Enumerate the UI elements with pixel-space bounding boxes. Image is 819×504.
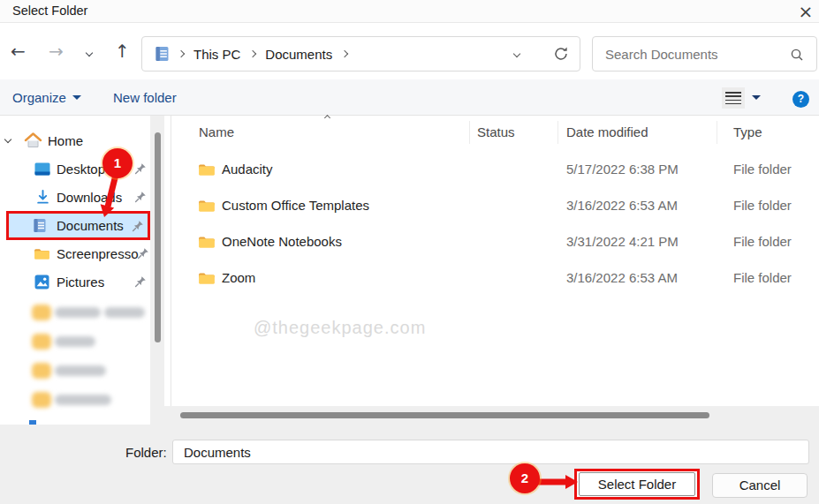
view-options-button[interactable] — [722, 87, 745, 109]
breadcrumb-this-pc[interactable]: This PC — [193, 47, 240, 62]
folder-icon — [32, 392, 51, 408]
column-divider[interactable] — [557, 121, 558, 144]
file-name: Audacity — [222, 162, 273, 177]
folder-icon — [198, 235, 216, 249]
column-header-name[interactable]: Name — [199, 124, 234, 139]
refresh-icon[interactable] — [553, 46, 569, 62]
file-type: File folder — [733, 270, 792, 285]
search-icon — [790, 48, 804, 62]
breadcrumb-separator-icon — [341, 50, 348, 57]
table-row[interactable]: Zoom 3/16/2022 6:53 AM File folder — [171, 260, 819, 297]
table-row[interactable]: Custom Office Templates 3/16/2022 6:53 A… — [171, 188, 819, 224]
annotation-step-2: 2 — [510, 463, 540, 493]
folder-icon — [198, 271, 216, 285]
folder-icon — [198, 199, 216, 213]
breadcrumb-separator-icon — [178, 50, 185, 57]
file-date-modified: 3/16/2022 6:53 AM — [566, 270, 678, 285]
annotation-step-1: 1 — [102, 148, 133, 178]
watermark: @thegeekpage.com — [254, 318, 426, 338]
breadcrumb-documents[interactable]: Documents — [265, 47, 332, 62]
file-name: Zoom — [222, 270, 255, 285]
breadcrumb-separator-icon — [249, 50, 256, 57]
list-view-icon — [725, 92, 741, 104]
horizontal-scrollbar-thumb[interactable] — [180, 412, 709, 418]
folder-icon — [32, 305, 51, 320]
table-row[interactable]: OneNote Notebooks 3/31/2022 4:21 PM File… — [171, 224, 819, 260]
folder-input-box — [172, 440, 809, 464]
help-icon[interactable]: ? — [792, 91, 809, 108]
file-name: Custom Office Templates — [222, 198, 369, 213]
file-date-modified: 3/16/2022 6:53 AM — [566, 198, 678, 213]
table-row[interactable]: Audacity 5/17/2022 6:38 PM File folder — [171, 152, 819, 188]
document-icon — [34, 218, 46, 233]
search-input[interactable] — [603, 38, 789, 70]
file-date-modified: 3/31/2022 4:21 PM — [566, 234, 679, 249]
folder-icon — [32, 334, 51, 350]
folder-icon — [198, 162, 216, 177]
file-type: File folder — [733, 198, 792, 213]
column-divider[interactable] — [469, 121, 470, 144]
view-options-chevron-icon[interactable] — [752, 95, 761, 100]
sort-ascending-icon — [324, 115, 330, 121]
column-header-status[interactable]: Status — [477, 124, 515, 139]
partial-item-icon — [29, 420, 36, 425]
sidebar-item-documents[interactable]: Documents — [57, 218, 124, 233]
select-folder-dialog: Select Folder × ← → ↑ This PC Documents … — [0, 0, 819, 504]
column-header-type[interactable]: Type — [733, 124, 762, 139]
file-name: OneNote Notebooks — [222, 234, 342, 249]
close-icon[interactable]: × — [793, 1, 818, 22]
redacted-sidebar-items — [0, 0, 168, 424]
folder-input[interactable] — [182, 441, 800, 463]
folder-icon — [32, 363, 51, 379]
file-date-modified: 5/17/2022 6:38 PM — [566, 162, 679, 177]
select-folder-button[interactable]: Select Folder — [579, 472, 695, 496]
pin-icon — [132, 220, 144, 232]
file-type: File folder — [733, 234, 792, 249]
cancel-button[interactable]: Cancel — [712, 473, 808, 498]
folder-label: Folder: — [125, 445, 167, 460]
column-header-date-modified[interactable]: Date modified — [566, 124, 648, 139]
file-type: File folder — [733, 162, 792, 177]
column-divider[interactable] — [717, 121, 717, 144]
search-box — [592, 36, 817, 71]
sidebar-scrollbar-thumb[interactable] — [155, 132, 161, 342]
